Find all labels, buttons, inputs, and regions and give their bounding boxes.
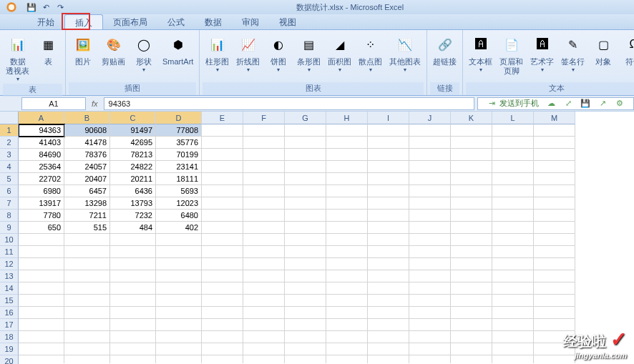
row-header[interactable]: 8 — [0, 210, 19, 222]
cell[interactable] — [368, 173, 409, 185]
cell[interactable] — [451, 331, 492, 343]
cell[interactable]: 42695 — [110, 137, 156, 149]
column-header[interactable]: H — [326, 112, 368, 124]
cell[interactable] — [202, 319, 243, 331]
cell[interactable] — [243, 210, 285, 222]
tab-review[interactable]: 审阅 — [232, 14, 269, 29]
cell[interactable] — [202, 161, 243, 173]
cell[interactable] — [409, 210, 451, 222]
row-header[interactable]: 18 — [0, 331, 19, 343]
cell[interactable]: 77808 — [156, 124, 202, 137]
cell[interactable] — [19, 270, 64, 282]
row-header[interactable]: 17 — [0, 319, 19, 331]
cell[interactable] — [285, 270, 326, 282]
cell[interactable] — [202, 295, 243, 307]
cell[interactable] — [409, 137, 451, 149]
cell[interactable] — [451, 270, 492, 282]
cell[interactable] — [285, 210, 326, 222]
cell[interactable] — [243, 343, 285, 355]
cell[interactable] — [202, 355, 243, 363]
tab-layout[interactable]: 页面布局 — [103, 14, 157, 29]
cell[interactable] — [202, 197, 243, 210]
settings-icon[interactable]: ⚙ — [615, 99, 625, 109]
cell[interactable] — [326, 185, 368, 197]
cell[interactable] — [64, 331, 110, 343]
cell[interactable] — [451, 246, 492, 258]
object-button[interactable]: ▢对象 — [589, 31, 618, 68]
cell[interactable]: 20211 — [110, 173, 156, 185]
cell[interactable] — [451, 173, 492, 185]
cell[interactable] — [492, 331, 534, 343]
scatter-chart-button[interactable]: ⁘散点图▾ — [356, 31, 385, 74]
cell[interactable]: 13793 — [110, 197, 156, 210]
cell[interactable] — [64, 295, 110, 307]
cell[interactable] — [64, 307, 110, 319]
cell[interactable] — [285, 355, 326, 363]
cell[interactable] — [451, 137, 492, 149]
cell[interactable] — [243, 137, 285, 149]
cell[interactable]: 20407 — [64, 173, 110, 185]
cell[interactable] — [451, 355, 492, 363]
row-header[interactable]: 4 — [0, 161, 19, 173]
cell[interactable]: 22702 — [19, 173, 64, 185]
cell[interactable] — [409, 161, 451, 173]
cell[interactable] — [368, 343, 409, 355]
cell[interactable] — [409, 185, 451, 197]
cell[interactable]: 90608 — [64, 124, 110, 137]
cell[interactable] — [534, 295, 575, 307]
cell[interactable] — [326, 343, 368, 355]
cell[interactable] — [534, 234, 575, 246]
cell[interactable] — [110, 343, 156, 355]
cell[interactable] — [451, 197, 492, 210]
cell[interactable] — [492, 197, 534, 210]
cell[interactable] — [285, 258, 326, 270]
table-button[interactable]: ▦表 — [34, 31, 62, 68]
cell[interactable] — [285, 124, 326, 137]
cell[interactable] — [368, 355, 409, 363]
cell[interactable]: 6480 — [156, 210, 202, 222]
send-to-phone-button[interactable]: ⇥发送到手机 — [487, 98, 539, 109]
cell[interactable] — [243, 355, 285, 363]
column-chart-button[interactable]: 📊柱形图▾ — [203, 31, 232, 74]
cell[interactable]: 35776 — [156, 137, 202, 149]
cell[interactable] — [243, 295, 285, 307]
cell[interactable] — [492, 246, 534, 258]
cell[interactable] — [534, 137, 575, 149]
cell[interactable] — [202, 149, 243, 161]
cell[interactable] — [534, 197, 575, 210]
cell[interactable] — [368, 149, 409, 161]
cell[interactable] — [64, 343, 110, 355]
cell[interactable] — [492, 307, 534, 319]
cell[interactable] — [451, 258, 492, 270]
cell[interactable] — [64, 270, 110, 282]
column-header[interactable]: E — [202, 112, 243, 124]
row-header[interactable]: 14 — [0, 282, 19, 295]
row-header[interactable]: 20 — [0, 355, 19, 364]
cell[interactable] — [156, 331, 202, 343]
row-header[interactable]: 13 — [0, 270, 19, 282]
cell[interactable] — [243, 258, 285, 270]
cell[interactable] — [19, 331, 64, 343]
cell[interactable] — [156, 234, 202, 246]
cell[interactable] — [156, 343, 202, 355]
cell[interactable] — [285, 307, 326, 319]
cell[interactable] — [492, 319, 534, 331]
cell[interactable] — [368, 295, 409, 307]
cell[interactable] — [409, 295, 451, 307]
cell[interactable] — [492, 295, 534, 307]
cell[interactable] — [451, 161, 492, 173]
headerfooter-button[interactable]: 📄页眉和 页脚 — [497, 31, 526, 77]
cell[interactable] — [368, 331, 409, 343]
cell[interactable] — [285, 331, 326, 343]
cell[interactable] — [202, 185, 243, 197]
cell[interactable] — [409, 331, 451, 343]
smartart-button[interactable]: ⬢SmartArt — [160, 31, 196, 68]
column-header[interactable]: K — [451, 112, 492, 124]
cell[interactable] — [492, 124, 534, 137]
row-header[interactable]: 7 — [0, 197, 19, 210]
cell[interactable] — [285, 161, 326, 173]
cell[interactable] — [451, 295, 492, 307]
textbox-button[interactable]: 🅰文本框▾ — [466, 31, 495, 74]
tab-data[interactable]: 数据 — [195, 14, 232, 29]
cell[interactable]: 402 — [156, 222, 202, 234]
